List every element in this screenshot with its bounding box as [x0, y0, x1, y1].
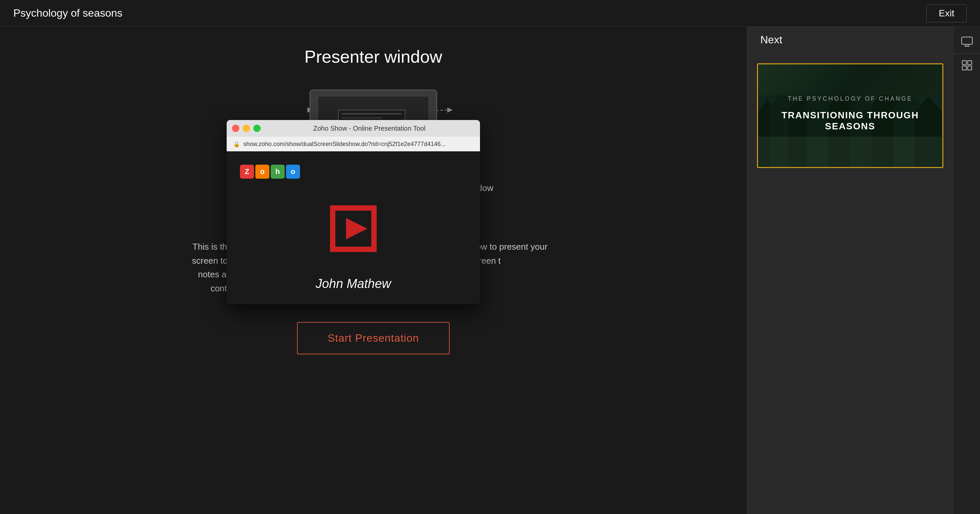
svg-rect-24: [966, 45, 968, 46]
play-icon-svg: [320, 195, 387, 262]
svg-rect-22: [758, 136, 942, 167]
traffic-light-yellow[interactable]: [243, 125, 250, 132]
popup-body: Z o h o: [227, 151, 480, 304]
exit-button[interactable]: Exit: [926, 4, 967, 22]
zoho-z: Z: [240, 165, 254, 179]
lock-icon: 🔒: [233, 141, 240, 147]
slide-bg: THE PSYCHOLOGY OF CHANGE TRANSITIONING T…: [758, 64, 942, 167]
presenter-area: Presenter window: [0, 27, 747, 514]
icon-divider: [954, 53, 980, 54]
presentation-title: Psychology of seasons: [13, 7, 123, 19]
svg-rect-9: [330, 205, 377, 211]
play-icon-container: [320, 195, 387, 263]
popup-window: Zoho Show - Online Presentation Tool 🔒 s…: [227, 120, 480, 304]
traffic-light-green[interactable]: [253, 125, 261, 132]
zoho-o2: o: [286, 165, 300, 179]
popup-titlebar: Zoho Show - Online Presentation Tool: [227, 120, 480, 137]
svg-rect-29: [968, 66, 972, 70]
presenter-window-title: Presenter window: [304, 47, 442, 67]
svg-rect-7: [330, 205, 335, 252]
sidebar-next-label: Next: [760, 33, 782, 46]
grid-view-icon[interactable]: [959, 57, 975, 74]
grid-icon-svg: [961, 59, 973, 71]
svg-rect-25: [964, 46, 970, 47]
zoho-h: h: [270, 165, 285, 179]
presenter-name: John Mathew: [316, 277, 391, 291]
svg-rect-27: [968, 60, 972, 65]
svg-rect-23: [962, 37, 972, 45]
slide-title-block: TRANSITIONING THROUGH SEASONS: [781, 110, 919, 132]
svg-rect-3: [342, 113, 402, 115]
popup-title: Zoho Show - Online Presentation Tool: [264, 125, 475, 132]
sidebar-icons-col: [953, 27, 980, 514]
svg-rect-8: [371, 205, 377, 252]
main-layout: Presenter window: [0, 27, 980, 514]
slide-title-line1: TRANSITIONING THROUGH: [781, 110, 919, 121]
slide-thumbnail: THE PSYCHOLOGY OF CHANGE TRANSITIONING T…: [757, 63, 943, 168]
thumbnail-area: THE PSYCHOLOGY OF CHANGE TRANSITIONING T…: [747, 53, 953, 178]
present-view-icon[interactable]: [959, 33, 975, 50]
svg-rect-28: [963, 66, 966, 70]
start-presentation-button[interactable]: Start Presentation: [297, 322, 450, 354]
sidebar-header: Next: [747, 27, 953, 53]
slide-title-line2: SEASONS: [781, 121, 919, 132]
top-bar: Psychology of seasons Exit: [0, 0, 980, 27]
right-sidebar: Next: [747, 27, 980, 514]
svg-marker-11: [346, 218, 368, 239]
zoho-o1: o: [255, 165, 269, 179]
svg-rect-10: [330, 247, 377, 252]
slide-subtitle: THE PSYCHOLOGY OF CHANGE: [788, 95, 913, 102]
svg-rect-26: [963, 60, 966, 65]
monitor-icon-svg: [961, 36, 973, 48]
popup-addressbar: 🔒 show.zoho.com/show/dualScreenSlideshow…: [227, 137, 480, 151]
svg-rect-4: [342, 117, 382, 118]
popup-url: show.zoho.com/show/dualScreenSlideshow.d…: [243, 141, 473, 148]
zoho-logo: Z o h o: [240, 165, 300, 179]
traffic-light-red[interactable]: [232, 125, 239, 132]
